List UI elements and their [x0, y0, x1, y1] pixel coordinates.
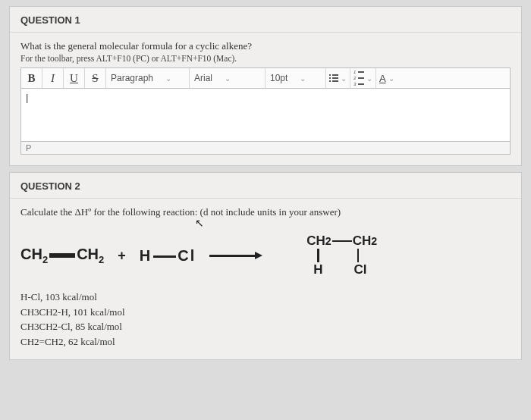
italic-button[interactable]: I: [42, 68, 64, 88]
font-label: Arial: [194, 73, 212, 83]
product-chloroethane: CH2CH2 H Cl: [306, 234, 377, 277]
underline-button[interactable]: U: [64, 68, 85, 88]
question-1-panel: QUESTION 1 What is the general molecular…: [9, 6, 522, 166]
chevron-down-icon: ⌄: [225, 74, 231, 83]
paragraph-select[interactable]: Paragraph ⌄: [106, 68, 190, 88]
unordered-list-button[interactable]: ⌄: [326, 68, 350, 88]
bullet-list-icon: [329, 74, 338, 82]
chevron-down-icon: ⌄: [388, 74, 394, 83]
editor-toolbar: B I U S Paragraph ⌄ Arial ⌄ 10pt ⌄: [20, 67, 511, 89]
bond-item: CH2=CH2, 62 kcal/mol: [20, 334, 511, 349]
text-color-icon: A: [379, 73, 386, 84]
reaction-equation: CH2CH2 + HCl CH2CH2 H Cl: [20, 234, 511, 277]
rich-text-editor[interactable]: |: [20, 89, 511, 142]
question-2-body: Calculate the ΔHº for the following reac…: [10, 199, 521, 359]
cursor-icon: ↖: [195, 217, 511, 229]
chevron-down-icon: ⌄: [341, 74, 347, 83]
question-2-panel: QUESTION 2 Calculate the ΔHº for the fol…: [9, 172, 522, 360]
plus-operator: +: [118, 248, 126, 264]
reactant-ethene: CH2CH2: [20, 246, 104, 265]
reactant-hcl: HCl: [140, 247, 196, 265]
bond-item: CH3CH2-H, 101 kcal/mol: [20, 305, 511, 320]
size-label: 10pt: [270, 73, 287, 83]
question-2-header: QUESTION 2: [10, 173, 521, 199]
font-size-select[interactable]: 10pt ⌄: [266, 68, 326, 88]
toolbar-hint: For the toolbar, press ALT+F10 (PC) or A…: [20, 54, 511, 63]
font-select[interactable]: Arial ⌄: [190, 68, 266, 88]
strikethrough-button[interactable]: S: [85, 68, 106, 88]
bond-energy-list: H-Cl, 103 kcal/mol CH3CH2-H, 101 kcal/mo…: [20, 290, 511, 349]
question-1-prompt: What is the general molecular formula fo…: [20, 40, 511, 52]
ordered-list-button[interactable]: 1 2 3 ⌄: [350, 68, 376, 88]
editor-status-bar: P: [20, 142, 511, 155]
question-1-body: What is the general molecular formula fo…: [10, 33, 521, 165]
bond-item: H-Cl, 103 kcal/mol: [20, 290, 511, 305]
paragraph-label: Paragraph: [111, 73, 153, 83]
chevron-down-icon: ⌄: [165, 74, 171, 83]
chevron-down-icon: ⌄: [300, 74, 306, 83]
reaction-arrow-icon: [209, 252, 262, 259]
bond-item: CH3CH2-Cl, 85 kcal/mol: [20, 319, 511, 334]
bold-button[interactable]: B: [21, 68, 42, 88]
status-path: P: [26, 143, 31, 152]
question-1-header: QUESTION 1: [10, 7, 521, 33]
numbered-list-icon: 1 2 3: [353, 70, 364, 86]
text-color-button[interactable]: A ⌄: [376, 68, 397, 88]
chevron-down-icon: ⌄: [366, 74, 372, 83]
